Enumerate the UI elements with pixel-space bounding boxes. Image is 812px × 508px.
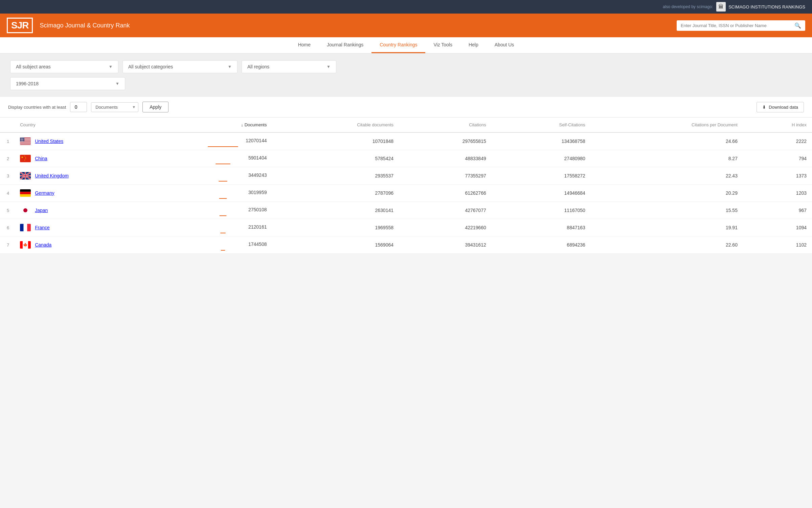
table-row: 6 France 2120161 1969558 42219660 884716… [0, 219, 812, 236]
logo[interactable]: SJR [7, 18, 33, 33]
documents-cell: 2120161 [174, 219, 272, 236]
country-link[interactable]: Japan [35, 208, 48, 213]
col-citable-header[interactable]: Citable documents [272, 118, 399, 132]
documents-bar [220, 215, 227, 216]
filters-section: All subject areas ▼ All subject categori… [0, 54, 812, 97]
documents-cell: 3449243 [174, 167, 272, 185]
rank-cell: 7 [0, 236, 15, 254]
nav-journal-rankings[interactable]: Journal Rankings [319, 37, 371, 53]
cpd-cell: 22.43 [591, 167, 743, 185]
self-citations-cell: 14946684 [492, 185, 591, 202]
nav-home[interactable]: Home [290, 37, 319, 53]
country-cell: 🍁 Canada [15, 236, 174, 254]
nav-help[interactable]: Help [460, 37, 487, 53]
documents-cell: 3019959 [174, 185, 272, 202]
country-flag: ★★★★★ ★★★★ ★★★★★ ★★★★ [20, 137, 31, 145]
citable-cell: 1969558 [272, 219, 399, 236]
download-button[interactable]: ⬇ Download data [757, 102, 804, 112]
subject-category-chevron: ▼ [228, 64, 232, 69]
documents-cell: 2750108 [174, 202, 272, 219]
svg-rect-50 [28, 241, 31, 249]
citations-cell: 61262766 [399, 185, 492, 202]
cpd-cell: 8.27 [591, 150, 743, 167]
country-cell: ★ ★ ★ ★ ★ China [15, 150, 174, 167]
country-link[interactable]: China [35, 156, 47, 161]
site-title: Scimago Journal & Country Rank [40, 22, 670, 29]
documents-bar [221, 250, 225, 251]
year-select[interactable]: 1996-2018 ▼ [10, 77, 125, 90]
cpd-cell: 24.66 [591, 132, 743, 150]
cpd-cell: 15.55 [591, 202, 743, 219]
self-citations-cell: 8847163 [492, 219, 591, 236]
hindex-cell: 1102 [743, 236, 812, 254]
nav-about-us[interactable]: About Us [487, 37, 522, 53]
table-row: 1 ★★★★★ ★★★★ ★★★★★ ★★★★ United States 12… [0, 132, 812, 150]
rankings-table: Country ↓Documents Citable documents Cit… [0, 118, 812, 254]
documents-bar [220, 233, 226, 233]
rank-cell: 2 [0, 150, 15, 167]
col-hindex-header[interactable]: H index [743, 118, 812, 132]
hindex-cell: 1373 [743, 167, 812, 185]
col-selfcitations-header[interactable]: Self-Citations [492, 118, 591, 132]
search-icon[interactable]: 🔍 [794, 22, 801, 29]
display-label: Display countries with at least [8, 105, 66, 110]
country-cell: United Kingdom [15, 167, 174, 185]
rank-cell: 1 [0, 132, 15, 150]
inst-link[interactable]: 🏛 SCIMAGO INSTITUTIONS RANKINGS [716, 2, 805, 12]
col-cpd-header[interactable]: Citations per Document [591, 118, 743, 132]
main-nav: Home Journal Rankings Country Rankings V… [0, 37, 812, 54]
country-flag [20, 172, 31, 179]
search-box[interactable]: 🔍 [677, 20, 805, 31]
country-link[interactable]: Canada [35, 242, 51, 248]
institution-icon: 🏛 [716, 2, 726, 12]
nav-country-rankings[interactable]: Country Rankings [371, 37, 425, 53]
download-icon: ⬇ [762, 105, 766, 110]
country-link[interactable]: Germany [35, 190, 54, 196]
country-link[interactable]: United Kingdom [35, 173, 69, 178]
svg-text:★: ★ [21, 156, 23, 159]
svg-rect-43 [20, 194, 31, 197]
nav-viz-tools[interactable]: Viz Tools [425, 37, 460, 53]
col-country-header: Country [15, 118, 174, 132]
apply-button[interactable]: Apply [142, 102, 168, 112]
filter-row-1: All subject areas ▼ All subject categori… [10, 60, 802, 73]
controls-row: Display countries with at least Document… [0, 97, 812, 118]
citable-cell: 10701848 [272, 132, 399, 150]
year-chevron: ▼ [115, 81, 119, 86]
country-cell: Japan [15, 202, 174, 219]
citable-cell: 1569064 [272, 236, 399, 254]
svg-rect-6 [20, 144, 31, 145]
min-documents-input[interactable] [70, 102, 87, 112]
citations-cell: 48833849 [399, 150, 492, 167]
doc-type-select[interactable]: Documents Citations H index [91, 102, 138, 112]
subject-category-select[interactable]: All subject categories ▼ [122, 60, 238, 73]
country-flag: ★ ★ ★ ★ ★ [20, 155, 31, 162]
inst-label: SCIMAGO INSTITUTIONS RANKINGS [728, 4, 805, 9]
svg-rect-47 [24, 224, 27, 231]
svg-rect-49 [20, 241, 23, 249]
region-value: All regions [247, 64, 269, 69]
svg-rect-41 [20, 189, 31, 192]
country-flag [20, 189, 31, 197]
svg-text:★: ★ [24, 159, 25, 161]
country-link[interactable]: France [35, 225, 50, 230]
country-cell: ★★★★★ ★★★★ ★★★★★ ★★★★ United States [15, 132, 174, 150]
top-bar: also developed by scimago: 🏛 SCIMAGO INS… [0, 0, 812, 14]
hindex-cell: 794 [743, 150, 812, 167]
cpd-cell: 22.60 [591, 236, 743, 254]
country-flag: 🍁 [20, 241, 31, 249]
self-citations-cell: 17558272 [492, 167, 591, 185]
rank-cell: 4 [0, 185, 15, 202]
self-citations-cell: 134368758 [492, 132, 591, 150]
svg-text:★: ★ [23, 140, 24, 142]
region-select[interactable]: All regions ▼ [242, 60, 336, 73]
self-citations-cell: 11167050 [492, 202, 591, 219]
country-link[interactable]: United States [35, 139, 63, 144]
col-documents-header[interactable]: ↓Documents [174, 118, 272, 132]
search-input[interactable] [681, 23, 794, 28]
citations-cell: 77355297 [399, 167, 492, 185]
table-header-row: Country ↓Documents Citable documents Cit… [0, 118, 812, 132]
col-citations-header[interactable]: Citations [399, 118, 492, 132]
subject-area-select[interactable]: All subject areas ▼ [10, 60, 118, 73]
subject-area-value: All subject areas [16, 64, 51, 69]
